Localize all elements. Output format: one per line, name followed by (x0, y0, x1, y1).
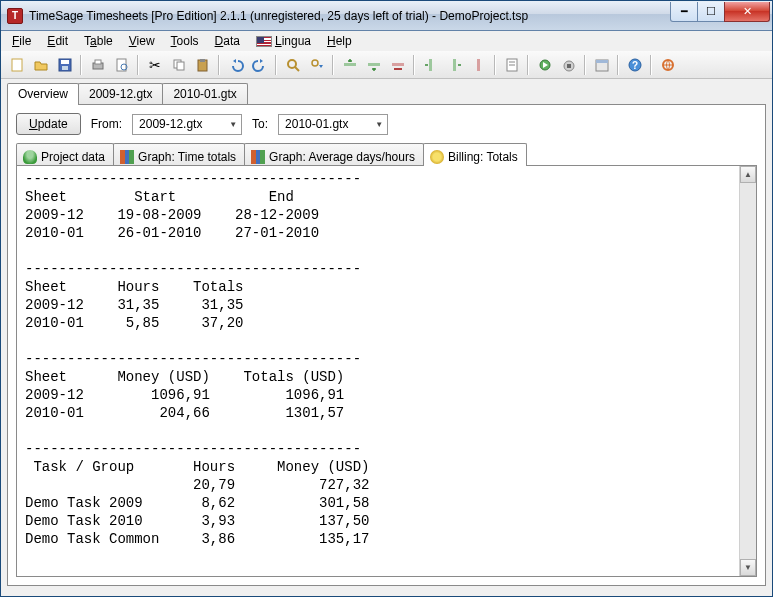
to-combo[interactable]: 2010-01.gtx ▼ (278, 114, 388, 135)
stop-timer-button[interactable] (557, 54, 580, 76)
maximize-button[interactable]: ☐ (697, 2, 725, 22)
menu-tools[interactable]: Tools (164, 32, 206, 50)
new-button[interactable] (5, 54, 28, 76)
insert-col-before-button[interactable] (419, 54, 442, 76)
insert-col-after-button[interactable] (443, 54, 466, 76)
preview-button[interactable] (110, 54, 133, 76)
menu-edit[interactable]: Edit (40, 32, 75, 50)
svg-rect-3 (62, 66, 68, 70)
scroll-track[interactable] (740, 183, 756, 559)
dropdown-icon: ▼ (229, 120, 237, 129)
svg-rect-27 (567, 64, 571, 68)
report-container: ----------------------------------------… (16, 165, 757, 577)
scroll-up-button[interactable]: ▲ (740, 166, 756, 183)
svg-rect-5 (95, 60, 101, 64)
tab-graph-avg[interactable]: Graph: Average days/hours (244, 143, 424, 166)
menu-data[interactable]: Data (208, 32, 247, 50)
billing-report[interactable]: ----------------------------------------… (17, 166, 739, 576)
bar-chart-icon (251, 150, 265, 164)
scroll-down-button[interactable]: ▼ (740, 559, 756, 576)
close-button[interactable]: ✕ (724, 2, 770, 22)
bar-chart-icon (120, 150, 134, 164)
paste-button[interactable] (191, 54, 214, 76)
svg-rect-20 (453, 59, 456, 71)
svg-line-13 (295, 67, 299, 71)
tab-overview[interactable]: Overview (7, 83, 79, 105)
to-value: 2010-01.gtx (285, 117, 348, 131)
svg-rect-9 (177, 62, 184, 70)
start-timer-button[interactable] (533, 54, 556, 76)
svg-rect-0 (12, 59, 22, 71)
svg-rect-2 (61, 60, 69, 64)
dropdown-icon: ▼ (375, 120, 383, 129)
statusbar (1, 592, 772, 596)
svg-rect-29 (596, 60, 608, 63)
from-combo[interactable]: 2009-12.gtx ▼ (132, 114, 242, 135)
content-area: Overview 2009-12.gtx 2010-01.gtx Update … (1, 79, 772, 592)
to-label: To: (252, 117, 268, 131)
help-button[interactable]: ? (623, 54, 646, 76)
copy-button[interactable] (167, 54, 190, 76)
svg-rect-17 (392, 63, 404, 66)
billing-icon (430, 150, 444, 164)
svg-point-12 (288, 60, 296, 68)
svg-rect-16 (368, 63, 380, 66)
svg-rect-15 (344, 63, 356, 66)
menu-help[interactable]: Help (320, 32, 359, 50)
insert-row-before-button[interactable] (338, 54, 361, 76)
tab-billing-totals[interactable]: Billing: Totals (423, 143, 527, 166)
tab-2009-12[interactable]: 2009-12.gtx (78, 83, 163, 105)
from-label: From: (91, 117, 122, 131)
menu-table[interactable]: Table (77, 32, 120, 50)
undo-button[interactable] (224, 54, 247, 76)
file-tabstrip: Overview 2009-12.gtx 2010-01.gtx (7, 83, 766, 105)
tab-project-data[interactable]: Project data (16, 143, 114, 166)
app-icon: T (7, 8, 23, 24)
window-title: TimeSage Timesheets [Pro Edition] 2.1.1 … (29, 9, 671, 23)
database-icon (23, 150, 37, 164)
delete-row-button[interactable] (386, 54, 409, 76)
cut-button[interactable]: ✂ (143, 54, 166, 76)
svg-text:?: ? (631, 60, 637, 71)
delete-col-button[interactable] (467, 54, 490, 76)
menu-file[interactable]: File (5, 32, 38, 50)
home-button[interactable] (656, 54, 679, 76)
print-button[interactable] (86, 54, 109, 76)
find-button[interactable] (281, 54, 304, 76)
tab-2010-01[interactable]: 2010-01.gtx (162, 83, 247, 105)
app-window: T TimeSage Timesheets [Pro Edition] 2.1.… (0, 0, 773, 597)
find-next-button[interactable] (305, 54, 328, 76)
calendar-button[interactable] (590, 54, 613, 76)
from-value: 2009-12.gtx (139, 117, 202, 131)
tab-graph-time[interactable]: Graph: Time totals (113, 143, 245, 166)
update-button[interactable]: Update (16, 113, 81, 135)
overview-panel: Update From: 2009-12.gtx ▼ To: 2010-01.g… (7, 104, 766, 586)
properties-button[interactable] (500, 54, 523, 76)
save-button[interactable] (53, 54, 76, 76)
svg-point-14 (312, 60, 318, 66)
svg-rect-19 (429, 59, 432, 71)
vertical-scrollbar[interactable]: ▲ ▼ (739, 166, 756, 576)
titlebar[interactable]: T TimeSage Timesheets [Pro Edition] 2.1.… (1, 1, 772, 31)
svg-rect-11 (200, 59, 205, 62)
open-button[interactable] (29, 54, 52, 76)
menu-view[interactable]: View (122, 32, 162, 50)
menu-lingua[interactable]: Lingua (249, 32, 318, 50)
minimize-button[interactable]: ━ (670, 2, 698, 22)
insert-row-after-button[interactable] (362, 54, 385, 76)
overview-tabstrip: Project data Graph: Time totals Graph: A… (16, 143, 757, 166)
controls-row: Update From: 2009-12.gtx ▼ To: 2010-01.g… (16, 113, 757, 135)
toolbar: ✂ ? (1, 51, 772, 79)
redo-button[interactable] (248, 54, 271, 76)
menubar: File Edit Table View Tools Data Lingua H… (1, 31, 772, 51)
svg-rect-21 (477, 59, 480, 71)
flag-icon (256, 36, 272, 47)
